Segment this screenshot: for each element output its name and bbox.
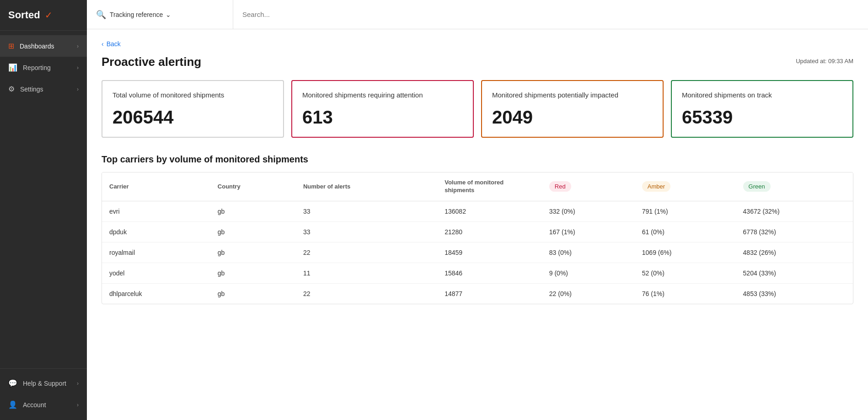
table-header-row: Carrier Country Number of alerts Volume …: [102, 172, 853, 201]
sidebar-item-dashboards-left: ⊞ Dashboards: [8, 42, 54, 50]
account-icon: 👤: [8, 400, 17, 409]
col-header-green: Green: [736, 172, 853, 201]
content-area: ‹ Back Proactive alerting Updated at: 09…: [87, 29, 868, 420]
sidebar-logo: Sorted ✓: [0, 0, 87, 31]
cell-volume-2: 18459: [437, 242, 542, 263]
table-row: dhlparceluk gb 22 14877 22 (0%) 76 (1%) …: [102, 283, 853, 304]
stat-card-attention-value: 613: [302, 107, 463, 128]
cell-alerts-1: 33: [296, 221, 437, 242]
page-title: Proactive alerting: [102, 55, 201, 69]
stat-card-track-label: Monitored shipments on track: [682, 90, 842, 100]
red-badge-header: Red: [549, 181, 571, 192]
help-icon: 💬: [8, 379, 17, 388]
col-header-volume: Volume of monitored shipments: [437, 172, 542, 201]
stat-card-total-label: Total volume of monitored shipments: [113, 90, 273, 100]
col-header-alerts: Number of alerts: [296, 172, 437, 201]
cell-alerts-0: 33: [296, 201, 437, 221]
logo-checkmark-icon: ✓: [45, 10, 53, 21]
main-content: 🔍 Tracking reference ⌄ ‹ Back Proactive …: [87, 0, 868, 420]
sidebar-item-reporting[interactable]: 📊 Reporting ›: [0, 57, 87, 78]
col-header-carrier: Carrier: [102, 172, 210, 201]
cell-alerts-2: 22: [296, 242, 437, 263]
sidebar-item-account-left: 👤 Account: [8, 400, 46, 409]
sidebar-item-reporting-label: Reporting: [23, 64, 51, 71]
sidebar-item-account-label: Account: [23, 401, 46, 409]
stat-cards: Total volume of monitored shipments 2065…: [102, 80, 853, 138]
green-badge-header: Green: [743, 181, 771, 192]
cell-country-1: gb: [210, 221, 296, 242]
stat-card-total: Total volume of monitored shipments 2065…: [102, 80, 284, 138]
sidebar-item-settings-left: ⚙ Settings: [8, 85, 43, 93]
cell-green-2: 4832 (26%): [736, 242, 853, 263]
sidebar-item-help[interactable]: 💬 Help & Support ›: [0, 372, 87, 394]
page-header-row: Proactive alerting Updated at: 09:33 AM: [102, 55, 853, 69]
amber-badge-header: Amber: [642, 181, 670, 192]
sidebar-item-settings[interactable]: ⚙ Settings ›: [0, 78, 87, 100]
cell-carrier-4: dhlparceluk: [102, 283, 210, 304]
cell-red-4: 22 (0%): [542, 283, 635, 304]
cell-country-0: gb: [210, 201, 296, 221]
col-header-amber: Amber: [635, 172, 736, 201]
cell-carrier-1: dpduk: [102, 221, 210, 242]
cell-red-3: 9 (0%): [542, 263, 635, 283]
table-row: evri gb 33 136082 332 (0%) 791 (1%) 4367…: [102, 201, 853, 221]
cell-amber-3: 52 (0%): [635, 263, 736, 283]
search-icon: 🔍: [96, 10, 106, 20]
sidebar-item-dashboards[interactable]: ⊞ Dashboards ›: [0, 35, 87, 57]
col-header-red: Red: [542, 172, 635, 201]
cell-volume-3: 15846: [437, 263, 542, 283]
cell-carrier-0: evri: [102, 201, 210, 221]
table-row: royalmail gb 22 18459 83 (0%) 1069 (6%) …: [102, 242, 853, 263]
cell-green-3: 5204 (33%): [736, 263, 853, 283]
sidebar-item-reporting-left: 📊 Reporting: [8, 63, 51, 72]
carriers-table-container: Carrier Country Number of alerts Volume …: [102, 172, 853, 304]
cell-red-0: 332 (0%): [542, 201, 635, 221]
stat-card-impacted-label: Monitored shipments potentially impacted: [492, 90, 653, 100]
sidebar: Sorted ✓ ⊞ Dashboards › 📊 Reporting › ⚙ …: [0, 0, 87, 420]
sidebar-divider: [0, 368, 87, 369]
stat-card-track: Monitored shipments on track 65339: [671, 80, 853, 138]
search-section: 🔍 Tracking reference ⌄: [87, 0, 233, 29]
stat-card-attention-label: Monitored shipments requiring attention: [302, 90, 463, 100]
col-header-country: Country: [210, 172, 296, 201]
stat-card-impacted-value: 2049: [492, 107, 653, 128]
carriers-section-title: Top carriers by volume of monitored ship…: [102, 154, 853, 165]
carriers-table: Carrier Country Number of alerts Volume …: [102, 172, 853, 304]
reporting-icon: 📊: [8, 63, 17, 72]
cell-green-0: 43672 (32%): [736, 201, 853, 221]
cell-volume-1: 21280: [437, 221, 542, 242]
chevron-right-icon-4: ›: [77, 380, 79, 387]
cell-country-2: gb: [210, 242, 296, 263]
cell-alerts-4: 22: [296, 283, 437, 304]
cell-amber-4: 76 (1%): [635, 283, 736, 304]
search-input[interactable]: [242, 11, 859, 18]
cell-amber-1: 61 (0%): [635, 221, 736, 242]
cell-volume-0: 136082: [437, 201, 542, 221]
cell-carrier-3: yodel: [102, 263, 210, 283]
search-input-section: [233, 0, 868, 29]
chevron-right-icon-5: ›: [77, 402, 79, 408]
sidebar-nav: ⊞ Dashboards › 📊 Reporting › ⚙ Settings …: [0, 31, 87, 365]
cell-carrier-2: royalmail: [102, 242, 210, 263]
tracking-reference-dropdown[interactable]: Tracking reference ⌄: [110, 11, 171, 18]
stat-card-track-value: 65339: [682, 107, 842, 128]
stat-card-attention: Monitored shipments requiring attention …: [291, 80, 474, 138]
back-link[interactable]: ‹ Back: [102, 40, 853, 48]
sidebar-item-help-left: 💬 Help & Support: [8, 379, 66, 388]
sidebar-item-settings-label: Settings: [20, 86, 43, 93]
cell-green-1: 6778 (32%): [736, 221, 853, 242]
chevron-right-icon: ›: [77, 43, 79, 49]
cell-green-4: 4853 (33%): [736, 283, 853, 304]
sidebar-item-account[interactable]: 👤 Account ›: [0, 394, 87, 415]
tracking-reference-label: Tracking reference: [110, 11, 163, 18]
dropdown-chevron-icon: ⌄: [166, 11, 171, 18]
table-row: dpduk gb 33 21280 167 (1%) 61 (0%) 6778 …: [102, 221, 853, 242]
topbar: 🔍 Tracking reference ⌄: [87, 0, 868, 29]
cell-red-2: 83 (0%): [542, 242, 635, 263]
settings-icon: ⚙: [8, 85, 15, 93]
stat-card-total-value: 206544: [113, 107, 273, 128]
cell-country-3: gb: [210, 263, 296, 283]
stat-card-impacted: Monitored shipments potentially impacted…: [481, 80, 664, 138]
updated-at: Updated at: 09:33 AM: [796, 55, 853, 65]
back-chevron-icon: ‹: [102, 40, 104, 48]
